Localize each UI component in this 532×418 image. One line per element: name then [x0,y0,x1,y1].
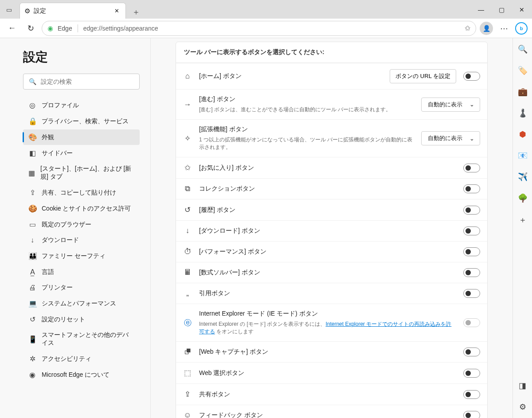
row-download-button: ↓ [ダウンロード] ボタン [176,220,487,241]
row-label: [ホーム] ボタン [199,72,383,80]
nav-reset[interactable]: ↺設定のリセット [23,312,140,327]
refresh-button[interactable]: ↻ [23,21,38,36]
nav-label: 外観 [42,133,54,141]
favorite-star-icon[interactable]: ✩ [465,24,470,32]
nav-profile[interactable]: ◎プロファイル [23,98,140,113]
browser-icon: ▭ [28,220,36,229]
tree-icon[interactable]: 🌳 [518,193,528,203]
row-label: [ダウンロード] ボタン [199,227,456,235]
select-icon: ⬚ [183,368,192,378]
row-extensions-button: ✧ [拡張機能] ボタン 1 つ以上の拡張機能がオンになっている場合、ツール バ… [176,119,487,157]
row-web-capture-button: ⮻ [Web キャプチャ] ボタン [176,341,487,362]
performance-icon: ⏱ [183,247,192,256]
collections-toggle[interactable] [463,184,480,193]
row-label: [パフォーマンス] ボタン [199,248,456,256]
nav-share[interactable]: ⇪共有、コピーして貼り付け [23,185,140,200]
forward-dropdown[interactable]: 自動的に表示⌄ [421,98,480,112]
outlook-icon[interactable]: 📧 [518,151,528,160]
ie-icon: ⓔ [183,318,192,328]
nav-label: アクセシビリティ [42,355,91,363]
nav-phones[interactable]: 📱スマートフォンとその他のデバイス [23,328,140,351]
row-label: 引用ボタン [199,289,456,297]
performance-toggle[interactable] [463,247,480,256]
share-toggle[interactable] [463,390,480,399]
row-math-button: 🖩 [数式ソルバー] ボタン [176,262,487,283]
row-label: Web 選択ボタン [199,369,456,377]
close-tab-button[interactable]: ✕ [113,7,121,15]
person-icon: 👤 [483,25,490,32]
browser-tab[interactable]: ⚙ 設定 ✕ [20,3,126,19]
nav-label: システムとパフォーマンス [42,300,116,308]
phone-icon: 📱 [28,335,36,344]
nav-system[interactable]: 💻システムとパフォーマンス [23,296,140,311]
home-toggle[interactable] [463,72,480,81]
favorites-toggle[interactable] [463,164,480,172]
quote-icon: „ [183,289,192,298]
capture-toggle[interactable] [463,348,480,356]
nav-cookies[interactable]: 🍪Cookie とサイトのアクセス許可 [23,201,140,216]
history-icon: ↺ [183,205,192,215]
search-icon: 🔍 [29,78,36,85]
bing-chat-button[interactable]: b [515,22,528,35]
tools-icon[interactable]: 💼 [518,87,528,97]
nav-label: [スタート]、[ホーム]、および [新規] タブ [40,165,134,181]
nav-accessibility[interactable]: ✲アクセシビリティ [23,351,140,367]
download-toggle[interactable] [463,227,480,235]
tab-actions-button[interactable]: ▭ [0,1,18,19]
address-bar[interactable]: ◉ Edge edge://settings/appearance ✩ [42,21,476,36]
family-icon: 👪 [28,252,36,260]
nav-printer[interactable]: 🖨プリンター [23,280,140,295]
cite-toggle[interactable] [463,289,480,298]
sidebar-toggle-icon[interactable]: ◨ [519,381,526,391]
nav-privacy[interactable]: 🔒プライバシー、検索、サービス [23,113,140,129]
brand-label: Edge [58,25,72,32]
nav-label: 設定のリセット [42,316,85,324]
nav-about[interactable]: ◉Microsoft Edge について [23,367,140,383]
nav-label: ダウンロード [42,236,79,244]
extensions-dropdown[interactable]: 自動的に表示⌄ [421,131,480,145]
settings-search[interactable]: 🔍 [23,74,140,90]
set-home-url-button[interactable]: ボタンの URL を設定 [390,69,456,83]
math-toggle[interactable] [463,268,480,277]
row-favorites-button: ✩ [お気に入り] ボタン [176,157,487,178]
search-icon[interactable]: 🔍 [518,44,528,54]
nav-label: ファミリー セーフティ [42,252,106,260]
row-feedback-button: ☺ フィードバック ボタン [176,405,487,418]
search-input[interactable] [41,78,134,85]
gear-icon: ⚙ [24,7,30,15]
nav-sidebar[interactable]: ◧サイドバー [23,145,140,161]
add-sidebar-icon[interactable]: ＋ [519,215,527,225]
drop-icon[interactable]: ✈️ [518,172,528,182]
row-label: [お気に入り] ボタン [199,164,456,172]
nav-downloads[interactable]: ↓ダウンロード [23,233,140,248]
select-toggle[interactable] [463,369,480,378]
feedback-toggle[interactable] [463,411,480,418]
profile-avatar[interactable]: 👤 [480,22,493,35]
nav-appearance[interactable]: 🎨外観 [23,129,140,145]
row-home-button: ⌂ [ホーム] ボタン ボタンの URL を設定 [176,63,487,89]
nav-label: 共有、コピーして貼り付け [42,189,116,197]
new-tab-button[interactable]: ＋ [129,5,143,19]
history-toggle[interactable] [463,206,480,215]
nav-start[interactable]: ▦[スタート]、[ホーム]、および [新規] タブ [23,161,140,184]
settings-gear-icon[interactable]: ⚙ [519,402,526,412]
nav-label: サイドバー [42,149,73,157]
settings-nav: 設定 🔍 ◎プロファイル 🔒プライバシー、検索、サービス 🎨外観 ◧サイドバー … [0,38,151,418]
games-icon[interactable]: ♟️ [518,108,528,118]
maximize-button[interactable]: ▢ [491,1,512,19]
edge-sidebar: 🔍 🏷️ 💼 ♟️ ⬢ 📧 ✈️ 🌳 ＋ ◨ ⚙ [512,38,532,418]
section-heading: ツール バーに表示するボタンを選択してください: [176,42,487,63]
close-window-button[interactable]: ✕ [512,1,532,19]
shopping-icon[interactable]: 🏷️ [518,66,528,75]
nav-default-browser[interactable]: ▭既定のブラウザー [23,217,140,232]
office-icon[interactable]: ⬢ [519,129,526,139]
nav-language[interactable]: A̲言語 [23,264,140,280]
back-button[interactable]: ← [4,21,20,36]
more-menu-button[interactable]: ⋯ [497,21,512,36]
nav-family[interactable]: 👪ファミリー セーフティ [23,248,140,264]
download-icon: ↓ [28,236,36,244]
star-icon: ✩ [183,163,192,172]
minimize-button[interactable]: — [471,1,491,19]
share-icon: ⇪ [28,188,36,197]
ie-sub-pre: Internet Explorer の [モード] ボタンを表示するには、 [199,321,325,327]
